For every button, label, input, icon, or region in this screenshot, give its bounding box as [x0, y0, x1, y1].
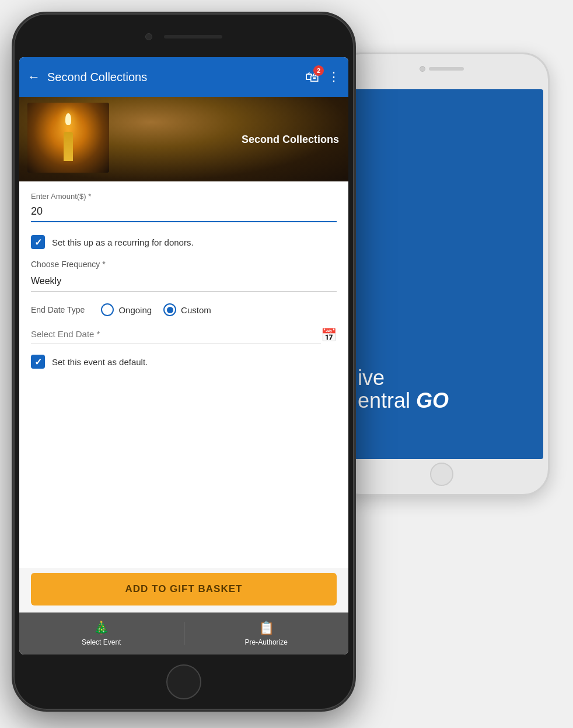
hero-area: Second Collections — [19, 97, 348, 181]
bg-phone-screen: ive entral GO — [340, 89, 543, 459]
calendar-icon[interactable]: 📅 — [321, 328, 337, 343]
custom-radio-circle — [163, 303, 176, 316]
frequency-label: Choose Frequency * — [31, 260, 337, 269]
ongoing-radio-circle — [101, 303, 114, 316]
default-check-icon: ✓ — [34, 356, 42, 368]
candle-body — [64, 132, 73, 161]
candle-flame — [65, 113, 71, 125]
bg-phone-top-bar — [420, 66, 464, 72]
header-icons: 🛍 2 ⋮ — [305, 69, 340, 85]
custom-radio[interactable]: Custom — [163, 303, 211, 316]
recurring-checkbox[interactable]: ✓ — [31, 235, 45, 249]
phone-top-bar — [13, 13, 354, 60]
bg-phone-home-button[interactable] — [430, 463, 453, 486]
main-phone: ← Second Collections 🛍 2 ⋮ Second Collec… — [12, 12, 356, 712]
default-checkbox-row: ✓ Set this event as default. — [31, 355, 337, 369]
more-menu-button[interactable]: ⋮ — [327, 69, 340, 85]
give-central-go: GO — [416, 388, 449, 412]
phone-speaker — [164, 35, 222, 38]
custom-radio-inner — [167, 307, 173, 313]
bottom-nav: 🎄 Select Event 📋 Pre-Authorize — [19, 612, 348, 654]
header-title: Second Collections — [47, 71, 305, 84]
pre-authorize-icon: 📋 — [258, 621, 274, 636]
ongoing-radio[interactable]: Ongoing — [101, 303, 152, 316]
phone-home-button[interactable] — [166, 664, 201, 699]
basket-button[interactable]: 🛍 2 — [305, 69, 319, 85]
app-screen: ← Second Collections 🛍 2 ⋮ Second Collec… — [19, 57, 348, 654]
end-date-row: 📅 — [31, 327, 337, 344]
amount-input[interactable] — [31, 203, 337, 222]
back-button[interactable]: ← — [27, 69, 40, 85]
default-checkbox[interactable]: ✓ — [31, 355, 45, 369]
hero-candle-image — [27, 103, 109, 173]
hero-title: Second Collections — [242, 133, 339, 145]
form-area: Enter Amount($) * ✓ Set this up as a rec… — [19, 181, 348, 568]
end-date-type-row: End Date Type Ongoing Custom — [31, 303, 337, 316]
recurring-checkbox-row: ✓ Set this up as a recurring for donors. — [31, 235, 337, 249]
give-central-text: ive entral GO — [358, 366, 532, 412]
pre-authorize-nav-item[interactable]: 📋 Pre-Authorize — [184, 621, 349, 646]
end-date-type-label: End Date Type — [31, 305, 85, 314]
add-to-basket-button[interactable]: ADD TO GIFT BASKET — [31, 573, 337, 606]
give-central-line1: ive — [358, 366, 532, 390]
select-event-nav-item[interactable]: 🎄 Select Event — [19, 621, 184, 646]
amount-label: Enter Amount($) * — [31, 192, 337, 201]
app-header: ← Second Collections 🛍 2 ⋮ — [19, 57, 348, 97]
background-phone: ive entral GO — [334, 52, 550, 496]
select-event-label: Select Event — [82, 638, 121, 646]
ongoing-label: Ongoing — [118, 305, 152, 315]
bg-phone-camera — [420, 66, 425, 72]
give-central-entral: entral — [358, 388, 410, 412]
default-label: Set this event as default. — [52, 357, 148, 367]
phone-camera — [145, 33, 152, 40]
frequency-input[interactable] — [31, 274, 337, 292]
give-central-line2: entral GO — [358, 389, 532, 412]
check-icon: ✓ — [34, 237, 42, 248]
custom-label: Custom — [181, 305, 211, 315]
select-event-icon: 🎄 — [93, 621, 109, 636]
pre-authorize-label: Pre-Authorize — [245, 638, 288, 646]
frequency-section: Choose Frequency * — [31, 260, 337, 292]
bg-phone-speaker — [429, 67, 464, 71]
recurring-label: Set this up as a recurring for donors. — [52, 237, 194, 247]
end-date-input[interactable] — [31, 327, 321, 344]
basket-badge: 2 — [313, 65, 324, 76]
